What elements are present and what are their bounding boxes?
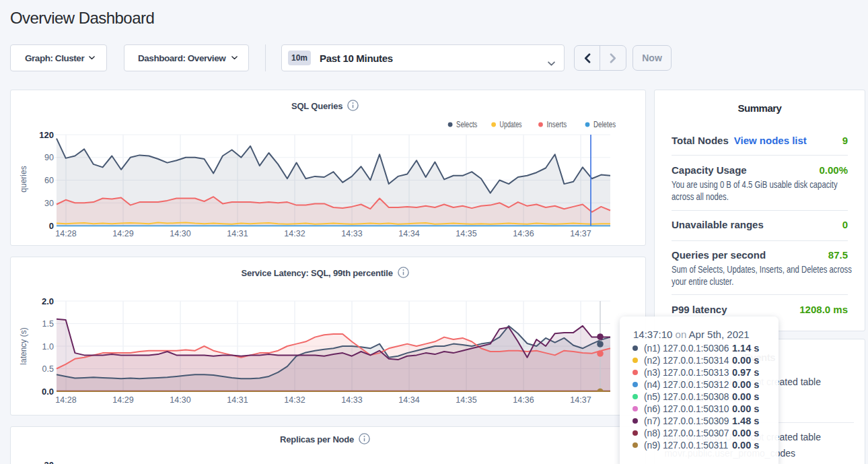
svg-text:60: 60 [44,176,54,185]
svg-text:14:36: 14:36 [513,229,534,238]
svg-text:30: 30 [44,199,54,208]
svg-text:14:37: 14:37 [570,229,591,238]
svg-text:14:28: 14:28 [55,395,76,405]
svg-text:14:34: 14:34 [398,395,419,405]
svg-text:14:32: 14:32 [284,395,305,405]
svg-text:14:33: 14:33 [341,395,362,405]
svg-text:1.0: 1.0 [42,342,54,352]
svg-text:14:30: 14:30 [170,229,190,238]
svg-text:latency (s): latency (s) [19,327,28,364]
svg-text:14:29: 14:29 [112,229,133,238]
svg-text:0.0: 0.0 [42,387,54,397]
svg-text:0: 0 [49,221,54,231]
svg-text:14:32: 14:32 [284,229,305,238]
svg-text:14:31: 14:31 [227,395,248,405]
svg-text:14:35: 14:35 [456,395,476,405]
svg-text:1.5: 1.5 [42,319,54,329]
svg-text:2.0: 2.0 [42,296,54,306]
svg-text:14:35: 14:35 [456,229,476,238]
svg-text:120: 120 [39,130,54,140]
svg-text:14:33: 14:33 [341,229,362,238]
svg-text:14:36: 14:36 [513,395,534,405]
svg-text:Selects: Selects [456,120,477,129]
svg-text:14:34: 14:34 [398,229,419,238]
svg-text:90: 90 [44,153,54,162]
svg-text:Deletes: Deletes [593,120,616,129]
svg-text:queries: queries [19,166,28,192]
svg-text:14:37: 14:37 [570,395,591,405]
svg-text:14:29: 14:29 [112,395,133,405]
svg-text:14:30: 14:30 [170,395,190,405]
svg-text:14:28: 14:28 [55,229,76,238]
svg-text:Updates: Updates [500,120,522,129]
svg-text:14:31: 14:31 [227,229,248,238]
svg-text:Inserts: Inserts [547,120,567,129]
svg-text:0.5: 0.5 [42,364,54,374]
